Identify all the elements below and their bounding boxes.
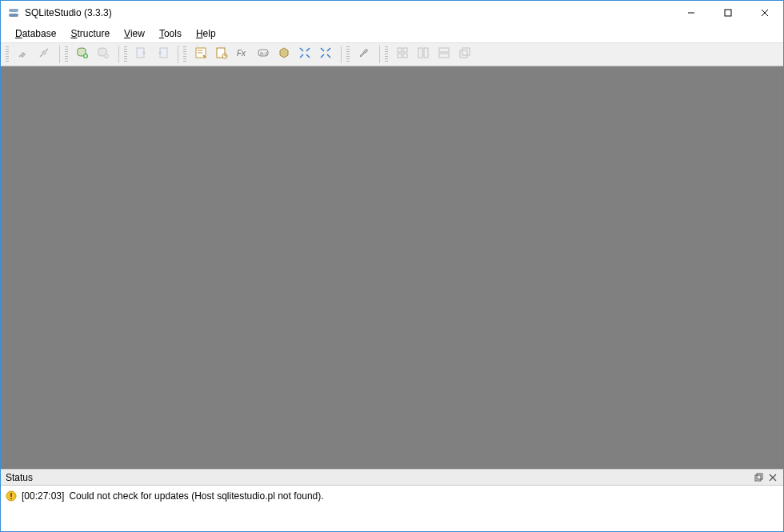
toolbar-grip[interactable] <box>346 46 350 62</box>
svg-text:a-z: a-z <box>260 50 268 56</box>
svg-rect-12 <box>160 48 167 58</box>
menu-tools[interactable]: Tools <box>153 26 188 41</box>
toolbar-grip[interactable] <box>385 46 388 62</box>
status-timestamp: [00:27:03] <box>22 490 64 502</box>
collations-button[interactable]: a-z <box>254 45 273 64</box>
sql-editor-button[interactable] <box>191 45 210 64</box>
status-panel-title: Status <box>6 472 33 483</box>
svg-point-6 <box>42 51 46 54</box>
sql-editor-icon <box>194 46 207 62</box>
window-tile-button[interactable] <box>393 45 412 64</box>
title-bar: SQLiteStudio (3.3.3) <box>1 1 783 25</box>
remove-database-button[interactable] <box>94 45 113 64</box>
svg-rect-19 <box>398 48 402 52</box>
warning-icon <box>6 490 17 502</box>
wrench-icon <box>358 46 370 62</box>
svg-rect-26 <box>439 54 449 58</box>
rows-icon <box>438 46 450 62</box>
svg-text:Fx: Fx <box>237 49 246 58</box>
collation-icon: a-z <box>257 46 270 62</box>
svg-rect-29 <box>755 475 761 481</box>
import-icon <box>135 46 148 62</box>
toolbar: Fx a-z <box>1 42 783 66</box>
svg-rect-22 <box>403 54 407 58</box>
export-icon <box>156 46 169 62</box>
status-message-text: Could not check for updates (Host sqlite… <box>69 490 323 502</box>
svg-rect-3 <box>725 10 731 16</box>
menu-database[interactable]: Database <box>9 26 62 41</box>
ddl-history-icon <box>215 46 228 62</box>
svg-rect-0 <box>9 9 18 12</box>
svg-rect-35 <box>10 498 12 500</box>
grid-icon <box>396 46 409 62</box>
columns-icon <box>417 46 430 62</box>
svg-rect-25 <box>439 48 449 52</box>
connect-button[interactable] <box>14 45 33 64</box>
function-fx-icon: Fx <box>236 46 249 62</box>
database-add-icon <box>76 46 89 62</box>
disconnect-button[interactable] <box>34 45 54 64</box>
extensions-icon <box>278 46 290 62</box>
status-close-button[interactable] <box>766 471 780 484</box>
toolbar-grip[interactable] <box>65 46 68 62</box>
menu-bar: Database Structure View Tools Help <box>1 25 783 42</box>
tile-horizontal-button[interactable] <box>295 45 314 64</box>
status-panel-header: Status <box>1 469 783 485</box>
svg-rect-23 <box>418 48 422 58</box>
toolbar-grip[interactable] <box>124 46 127 62</box>
minimize-button[interactable] <box>673 1 710 25</box>
window-close-all-button[interactable] <box>455 45 474 64</box>
app-icon <box>7 6 20 19</box>
extensions-button[interactable] <box>274 45 294 64</box>
svg-rect-11 <box>137 48 144 58</box>
window-title: SQLiteStudio (3.3.3) <box>25 7 112 18</box>
svg-rect-27 <box>460 50 467 58</box>
toolbar-grip[interactable] <box>6 46 9 62</box>
sql-history-button[interactable] <box>212 45 231 64</box>
app-window: SQLiteStudio (3.3.3) Database Structure … <box>0 0 784 532</box>
svg-rect-28 <box>462 48 470 55</box>
svg-rect-20 <box>403 48 407 52</box>
configuration-button[interactable] <box>354 45 374 64</box>
import-button[interactable] <box>132 45 151 64</box>
arrows-out-icon <box>319 46 332 62</box>
svg-rect-24 <box>424 48 428 58</box>
add-database-button[interactable] <box>73 45 92 64</box>
status-undock-button[interactable] <box>751 471 766 484</box>
export-button[interactable] <box>153 45 172 64</box>
plug-disconnect-icon <box>38 46 50 62</box>
toolbar-grip[interactable] <box>183 46 186 62</box>
svg-rect-1 <box>9 14 18 17</box>
close-button[interactable] <box>746 1 783 25</box>
window-controls <box>673 1 783 25</box>
svg-rect-34 <box>10 493 12 497</box>
database-remove-icon <box>97 46 110 62</box>
tile-vertical-button[interactable] <box>316 45 335 64</box>
window-rows-button[interactable] <box>434 45 454 64</box>
menu-view[interactable]: View <box>118 26 151 41</box>
maximize-button[interactable] <box>710 1 746 25</box>
menu-help[interactable]: Help <box>190 26 222 41</box>
svg-rect-30 <box>757 474 762 479</box>
status-panel: [00:27:03] Could not check for updates (… <box>1 485 783 531</box>
cascade-icon <box>458 46 471 62</box>
plug-connect-icon <box>17 46 30 62</box>
window-cascade-button[interactable] <box>414 45 433 64</box>
arrows-in-icon <box>298 46 311 62</box>
menu-structure[interactable]: Structure <box>64 26 116 41</box>
functions-button[interactable]: Fx <box>233 45 252 64</box>
status-message-row: [00:27:03] Could not check for updates (… <box>6 489 778 503</box>
mdi-workspace <box>1 66 783 469</box>
svg-rect-21 <box>398 54 402 58</box>
